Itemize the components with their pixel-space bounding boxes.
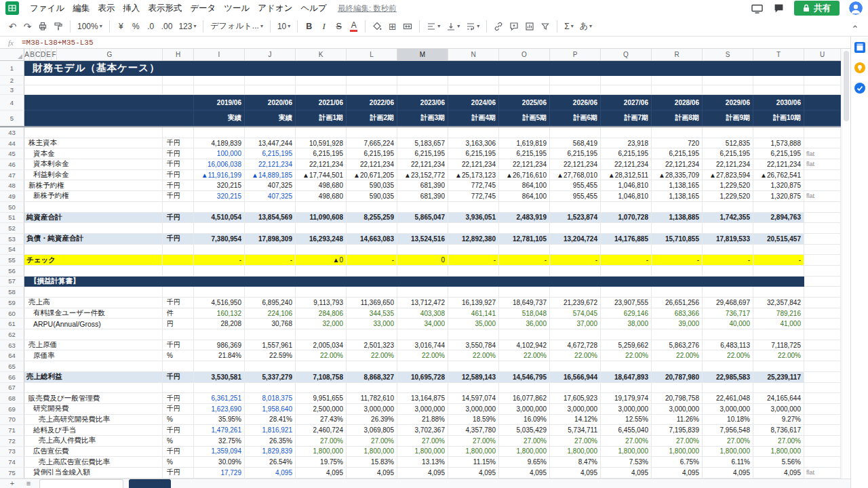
cell[interactable] bbox=[194, 202, 245, 213]
cell[interactable] bbox=[804, 234, 841, 245]
cell[interactable]: 19,179,974 bbox=[601, 393, 652, 404]
cell[interactable]: 864,100 bbox=[499, 180, 550, 191]
cell[interactable] bbox=[652, 127, 703, 138]
year-cell[interactable]: 2026/06 bbox=[550, 95, 601, 110]
cell[interactable] bbox=[804, 361, 841, 372]
font-size-select[interactable]: 10▾ bbox=[275, 19, 293, 34]
cell[interactable]: 1,829,839 bbox=[245, 447, 296, 458]
cell[interactable] bbox=[652, 287, 703, 298]
cell[interactable]: 3,163,306 bbox=[448, 138, 499, 149]
cell[interactable] bbox=[163, 76, 194, 85]
cell[interactable] bbox=[163, 287, 194, 298]
cell[interactable]: 24,165,644 bbox=[753, 393, 804, 404]
cell[interactable]: 千円 bbox=[163, 148, 194, 159]
cell[interactable] bbox=[753, 329, 804, 340]
cell[interactable]: 1,623,690 bbox=[194, 404, 245, 415]
cell[interactable] bbox=[550, 85, 601, 95]
cell[interactable]: 35.95% bbox=[194, 415, 245, 426]
column-header-N[interactable]: N bbox=[448, 49, 499, 60]
cell[interactable]: % bbox=[163, 436, 194, 447]
cell[interactable] bbox=[601, 76, 652, 85]
cell[interactable] bbox=[347, 361, 397, 372]
cell[interactable] bbox=[448, 266, 499, 277]
cell[interactable] bbox=[601, 202, 652, 213]
cell[interactable]: 3,702,367 bbox=[397, 425, 448, 436]
cell[interactable]: 8,868,327 bbox=[347, 372, 397, 383]
row-number[interactable]: 64 bbox=[0, 350, 24, 361]
cell[interactable]: 2,894,763 bbox=[753, 213, 804, 224]
cell[interactable]: 6,215,195 bbox=[499, 148, 550, 159]
cell[interactable]: 8,018,375 bbox=[245, 393, 296, 404]
column-header-B[interactable]: B bbox=[30, 49, 35, 60]
cell[interactable] bbox=[296, 287, 347, 298]
cell[interactable]: 22,121,234 bbox=[296, 159, 347, 170]
cell[interactable] bbox=[448, 287, 499, 298]
cell[interactable] bbox=[194, 85, 245, 95]
cell[interactable]: 681,390 bbox=[397, 191, 448, 202]
row-number[interactable]: 75 bbox=[0, 468, 24, 479]
cell[interactable]: 26.39% bbox=[347, 415, 397, 426]
percent-format-button[interactable]: % bbox=[129, 19, 143, 34]
cell[interactable]: 13,524,516 bbox=[397, 234, 448, 245]
cell[interactable]: 8,736,617 bbox=[753, 425, 804, 436]
period-cell[interactable]: 計画4期 bbox=[448, 110, 499, 126]
cell[interactable] bbox=[245, 361, 296, 372]
cell[interactable]: flat bbox=[804, 468, 841, 479]
cell[interactable]: 18.59% bbox=[448, 415, 499, 426]
cell[interactable]: 3,016,744 bbox=[397, 340, 448, 351]
cell[interactable] bbox=[550, 383, 601, 394]
cell[interactable] bbox=[448, 85, 499, 95]
cell[interactable] bbox=[703, 76, 753, 85]
cell[interactable]: 1,479,261 bbox=[194, 425, 245, 436]
cell[interactable] bbox=[499, 245, 550, 256]
cell[interactable] bbox=[601, 266, 652, 277]
cell[interactable]: 8.47% bbox=[550, 457, 601, 468]
cell[interactable] bbox=[499, 287, 550, 298]
add-sheet-button[interactable]: + bbox=[7, 479, 18, 488]
cell[interactable]: 22,121,234 bbox=[347, 159, 397, 170]
cell[interactable]: 5,865,047 bbox=[397, 213, 448, 224]
cell[interactable]: 407,325 bbox=[245, 180, 296, 191]
cell[interactable] bbox=[753, 76, 804, 85]
cell[interactable]: 14.12% bbox=[550, 415, 601, 426]
row-number[interactable]: 62 bbox=[0, 329, 24, 340]
cell[interactable] bbox=[652, 383, 703, 394]
cell[interactable]: 【損益計算書】 bbox=[24, 277, 804, 287]
cell[interactable] bbox=[601, 361, 652, 372]
row-number[interactable]: 46 bbox=[0, 159, 24, 170]
cell[interactable]: 27.00% bbox=[499, 436, 550, 447]
cell[interactable] bbox=[652, 202, 703, 213]
cell[interactable]: 4,102,942 bbox=[499, 340, 550, 351]
sheet-title-cell[interactable]: 財務モデル（基本ケース） bbox=[24, 61, 841, 76]
tasks-icon[interactable] bbox=[854, 83, 865, 94]
period-cell[interactable]: 計画5期 bbox=[499, 110, 550, 126]
cell[interactable]: % bbox=[163, 457, 194, 468]
cell[interactable]: 407,325 bbox=[245, 191, 296, 202]
cell[interactable] bbox=[448, 202, 499, 213]
cell[interactable]: 13,854,569 bbox=[245, 213, 296, 224]
cell[interactable]: 11.15% bbox=[448, 457, 499, 468]
cell[interactable] bbox=[804, 213, 841, 224]
cell[interactable]: 3,000,000 bbox=[499, 404, 550, 415]
cell[interactable] bbox=[804, 350, 841, 361]
cell[interactable] bbox=[804, 110, 841, 126]
cell[interactable]: 16,006,038 bbox=[194, 159, 245, 170]
cell[interactable]: 千円 bbox=[163, 170, 194, 181]
cell[interactable] bbox=[804, 202, 841, 213]
cell[interactable] bbox=[753, 266, 804, 277]
cell[interactable]: 4,189,839 bbox=[194, 138, 245, 149]
cell[interactable]: 6,215,195 bbox=[296, 148, 347, 159]
cell[interactable] bbox=[397, 266, 448, 277]
cell[interactable]: 512,835 bbox=[703, 138, 753, 149]
cell[interactable] bbox=[652, 245, 703, 256]
cell[interactable] bbox=[296, 223, 347, 234]
cell[interactable]: 6,215,195 bbox=[397, 148, 448, 159]
cell[interactable]: 736,717 bbox=[703, 308, 753, 319]
strikethrough-button[interactable]: S bbox=[332, 19, 346, 34]
row-number[interactable]: 53 bbox=[0, 234, 24, 245]
undo-button[interactable]: ↶ bbox=[5, 19, 20, 34]
cell[interactable]: 6,215,195 bbox=[753, 148, 804, 159]
cell[interactable] bbox=[652, 329, 703, 340]
cell[interactable]: 22,121,234 bbox=[652, 159, 703, 170]
cell[interactable]: 千円 bbox=[163, 213, 194, 224]
